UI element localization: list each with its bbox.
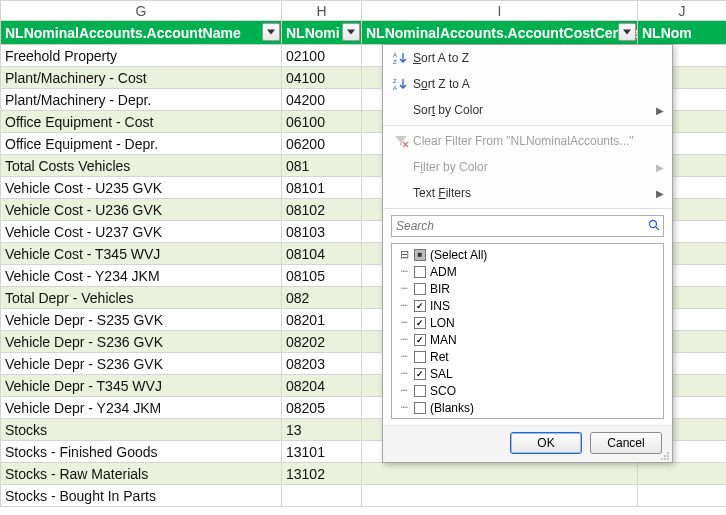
cell[interactable]: 08204 bbox=[282, 375, 362, 397]
header-cost-centre[interactable]: NLNominalAccounts.AccountCostCentre bbox=[362, 21, 638, 45]
cell[interactable] bbox=[638, 485, 727, 507]
filter-check-item[interactable]: ┈(Blanks) bbox=[394, 399, 661, 416]
filter-check-item[interactable]: ┈BIR bbox=[394, 280, 661, 297]
cell[interactable]: Total Costs Vehicles bbox=[1, 155, 282, 177]
filter-dropdown-button[interactable] bbox=[618, 23, 636, 41]
table-row[interactable]: Stocks - Raw Materials13102 bbox=[1, 463, 727, 485]
checkbox[interactable] bbox=[414, 317, 426, 329]
check-label: ADM bbox=[430, 265, 457, 279]
cell[interactable]: 08202 bbox=[282, 331, 362, 353]
check-label: SCO bbox=[430, 384, 456, 398]
checkbox[interactable] bbox=[414, 266, 426, 278]
filter-check-item[interactable]: ┈INS bbox=[394, 297, 661, 314]
header-h[interactable]: NLNomi bbox=[282, 21, 362, 45]
cell[interactable]: 08201 bbox=[282, 309, 362, 331]
checkbox[interactable] bbox=[414, 402, 426, 414]
cell[interactable]: Plant/Machinery - Depr. bbox=[1, 89, 282, 111]
check-label: Ret bbox=[430, 350, 449, 364]
cell[interactable]: Vehicle Cost - U236 GVK bbox=[1, 199, 282, 221]
filter-check-item[interactable]: ┈SCO bbox=[394, 382, 661, 399]
cell[interactable]: Stocks bbox=[1, 419, 282, 441]
filter-dropdown-button[interactable] bbox=[342, 23, 360, 41]
cell[interactable]: 08104 bbox=[282, 243, 362, 265]
cell[interactable]: 06100 bbox=[282, 111, 362, 133]
cell[interactable] bbox=[282, 485, 362, 507]
checkbox[interactable] bbox=[414, 385, 426, 397]
menu-text-filters[interactable]: Text Filters ▶ bbox=[383, 180, 672, 206]
cell[interactable]: 08205 bbox=[282, 397, 362, 419]
cell[interactable]: Vehicle Cost - U237 GVK bbox=[1, 221, 282, 243]
cell[interactable]: Vehicle Depr - S236 GVK bbox=[1, 353, 282, 375]
cell[interactable]: Office Equipment - Depr. bbox=[1, 133, 282, 155]
cell[interactable]: Vehicle Cost - U235 GVK bbox=[1, 177, 282, 199]
sort-za-icon: ZA bbox=[389, 76, 413, 92]
cell[interactable] bbox=[362, 463, 638, 485]
cell[interactable] bbox=[362, 485, 638, 507]
ok-button[interactable]: OK bbox=[510, 432, 582, 454]
cell[interactable]: Vehicle Cost - Y234 JKM bbox=[1, 265, 282, 287]
menu-sort-za[interactable]: ZA Sort Z to A bbox=[383, 71, 672, 97]
cell[interactable]: 13102 bbox=[282, 463, 362, 485]
filter-check-item[interactable]: ⊟(Select All) bbox=[394, 246, 661, 263]
cell[interactable]: Vehicle Depr - T345 WVJ bbox=[1, 375, 282, 397]
checkbox[interactable] bbox=[414, 283, 426, 295]
cell[interactable]: 08101 bbox=[282, 177, 362, 199]
filter-check-item[interactable]: ┈LON bbox=[394, 314, 661, 331]
cell[interactable] bbox=[638, 463, 727, 485]
col-letter-j[interactable]: J bbox=[638, 1, 727, 21]
cell[interactable]: Vehicle Depr - S235 GVK bbox=[1, 309, 282, 331]
cell[interactable]: 082 bbox=[282, 287, 362, 309]
cell[interactable]: 081 bbox=[282, 155, 362, 177]
filter-dropdown-button[interactable] bbox=[262, 23, 280, 41]
filter-checklist[interactable]: ⊟(Select All)┈ADM┈BIR┈INS┈LON┈MAN┈Ret┈SA… bbox=[391, 243, 664, 419]
cell[interactable]: 13101 bbox=[282, 441, 362, 463]
filter-check-item[interactable]: ┈MAN bbox=[394, 331, 661, 348]
check-label: (Blanks) bbox=[430, 401, 474, 415]
cell[interactable]: 06200 bbox=[282, 133, 362, 155]
cell[interactable]: Stocks - Bought In Parts bbox=[1, 485, 282, 507]
menu-sort-by-color[interactable]: Sort by Color ▶ bbox=[383, 97, 672, 123]
filter-check-item[interactable]: ┈SAL bbox=[394, 365, 661, 382]
col-letter-g[interactable]: G bbox=[1, 1, 282, 21]
cell[interactable]: 13 bbox=[282, 419, 362, 441]
checkbox[interactable] bbox=[414, 300, 426, 312]
cell[interactable]: Vehicle Depr - S236 GVK bbox=[1, 331, 282, 353]
resize-grip-icon[interactable] bbox=[660, 450, 670, 460]
cell[interactable]: Office Equipment - Cost bbox=[1, 111, 282, 133]
filter-search-input[interactable] bbox=[391, 215, 664, 237]
table-row[interactable]: Stocks - Bought In Parts bbox=[1, 485, 727, 507]
header-account-name[interactable]: NLNominalAccounts.AccountName bbox=[1, 21, 282, 45]
col-letter-i[interactable]: I bbox=[362, 1, 638, 21]
menu-sort-az[interactable]: AZ Sort A to Z bbox=[383, 45, 672, 71]
checkbox[interactable] bbox=[414, 368, 426, 380]
cell[interactable]: Freehold Property bbox=[1, 45, 282, 67]
cell[interactable]: 02100 bbox=[282, 45, 362, 67]
cell[interactable]: 08102 bbox=[282, 199, 362, 221]
cell[interactable]: Vehicle Depr - Y234 JKM bbox=[1, 397, 282, 419]
cell[interactable]: 08105 bbox=[282, 265, 362, 287]
header-label: NLNominalAccounts.AccountName bbox=[5, 25, 241, 41]
checkbox[interactable] bbox=[414, 334, 426, 346]
cell[interactable]: Vehicle Cost - T345 WVJ bbox=[1, 243, 282, 265]
cell[interactable]: 04200 bbox=[282, 89, 362, 111]
cell[interactable]: 04100 bbox=[282, 67, 362, 89]
col-letter-h[interactable]: H bbox=[282, 1, 362, 21]
header-j[interactable]: NLNom bbox=[638, 21, 727, 45]
filter-check-item[interactable]: ┈Ret bbox=[394, 348, 661, 365]
cell[interactable]: Stocks - Finished Goods bbox=[1, 441, 282, 463]
cell[interactable]: Total Depr - Vehicles bbox=[1, 287, 282, 309]
cell[interactable]: Stocks - Raw Materials bbox=[1, 463, 282, 485]
checkbox[interactable] bbox=[414, 249, 426, 261]
filter-search-wrap bbox=[383, 211, 672, 241]
cell[interactable]: 08103 bbox=[282, 221, 362, 243]
check-label: (Select All) bbox=[430, 248, 487, 262]
header-label: NLNomi bbox=[286, 25, 340, 41]
cell[interactable]: Plant/Machinery - Cost bbox=[1, 67, 282, 89]
checkbox[interactable] bbox=[414, 351, 426, 363]
cell[interactable]: 08203 bbox=[282, 353, 362, 375]
cancel-button[interactable]: Cancel bbox=[590, 432, 662, 454]
filter-check-item[interactable]: ┈ADM bbox=[394, 263, 661, 280]
menu-filter-by-color: Filter by Color ▶ bbox=[383, 154, 672, 180]
svg-text:Z: Z bbox=[393, 78, 397, 84]
svg-point-6 bbox=[667, 455, 669, 457]
